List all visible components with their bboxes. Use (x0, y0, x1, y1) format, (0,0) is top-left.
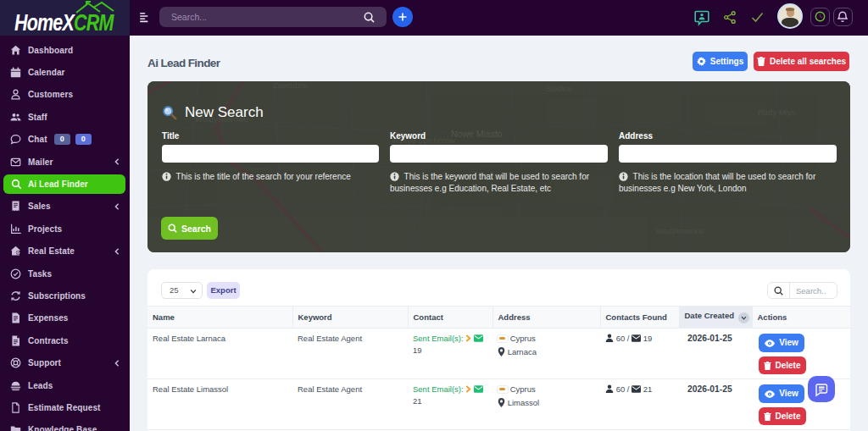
svg-text:Nowe Miasto: Nowe Miasto (451, 129, 503, 139)
svg-text:Zawodzie: Zawodzie (273, 81, 308, 90)
svg-text:Rudy Młyn: Rudy Młyn (758, 108, 796, 117)
svg-text:Waszkowskie: Waszkowskie (656, 226, 704, 235)
svg-text:Siedlce: Siedlce (546, 84, 572, 93)
